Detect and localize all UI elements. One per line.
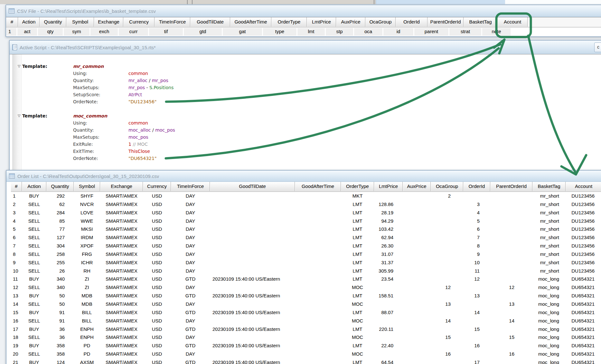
column-header-action[interactable]: Action	[22, 182, 46, 191]
column-header-goodaftertime[interactable]: GoodAfterTime	[230, 17, 271, 27]
order-window-titlebar[interactable]: Order List - C:\RealTest\Output\Orders\g…	[6, 171, 601, 182]
column-header-parentorderid[interactable]: ParentOrderId	[490, 182, 532, 191]
column-header-goodtildate[interactable]: GoodTilDate	[210, 182, 295, 191]
csv-data-row[interactable]: 1actqtysymexchcurrtifgtdgattypelmtstpoca…	[6, 27, 601, 36]
column-header-parentorderid[interactable]: ParentOrderId	[427, 17, 464, 27]
order-row[interactable]: 10SELL26RHSMART/AMEXUSDDAYLMT305.9911mr_…	[11, 267, 601, 275]
column-header-account[interactable]: Account	[497, 17, 528, 27]
order-cell: mr_short	[532, 242, 566, 250]
column-header-account[interactable]: Account	[566, 182, 601, 191]
order-cell	[403, 333, 431, 341]
column-header-auxprice[interactable]: AuxPrice	[336, 17, 365, 27]
order-cell: SMART/AMEX	[100, 292, 143, 300]
order-cell: SMART/AMEX	[100, 350, 143, 358]
order-row[interactable]: 12SELL340ZISMART/AMEXUSDDAYMOC1212moc_lo…	[11, 283, 601, 292]
order-row[interactable]: 20SELL358PDSMART/AMEXUSDDAYMOC1616moc_lo…	[11, 350, 601, 358]
column-header--[interactable]: #	[6, 17, 18, 27]
order-cell: GTD	[171, 275, 210, 283]
column-header-symbol[interactable]: Symbol	[66, 17, 94, 27]
column-header-ordertype[interactable]: OrderType	[341, 182, 374, 191]
column-header-auxprice[interactable]: AuxPrice	[403, 182, 431, 191]
order-row[interactable]: 19BUY358PDSMART/AMEXUSDGTD20230109 15:40…	[11, 341, 601, 350]
order-cell: BILL	[74, 308, 100, 317]
order-cell: LMT	[341, 292, 374, 300]
order-row[interactable]: 11BUY340ZISMART/AMEXUSDGTD20230109 15:40…	[11, 275, 601, 283]
order-row[interactable]: 2SELL62NVCRSMART/AMEXUSDDAYLMT128.863mr_…	[11, 200, 601, 209]
code-token: common	[128, 120, 148, 126]
column-header-quantity[interactable]: Quantity	[40, 17, 66, 27]
toolbar-segment	[505, 0, 601, 4]
order-cell: 21	[11, 358, 22, 364]
order-cell	[403, 225, 431, 233]
property-value: ThisClose	[128, 148, 601, 155]
collapse-triangle-icon[interactable]: ▽	[18, 63, 22, 70]
order-cell: 91	[46, 317, 74, 325]
order-cell: DAY	[171, 300, 210, 308]
code-token: /	[147, 78, 152, 83]
column-header-orderid[interactable]: OrderId	[463, 182, 490, 191]
order-cell: SELL	[22, 300, 46, 308]
column-header-currency[interactable]: Currency	[123, 17, 155, 27]
order-cell: moc_long	[532, 292, 566, 300]
column-header-baskettag[interactable]: BasketTag	[464, 17, 497, 27]
column-header-currency[interactable]: Currency	[143, 182, 171, 191]
column-header-exchange[interactable]: Exchange	[100, 182, 143, 191]
order-cell	[210, 283, 295, 292]
order-row[interactable]: 16SELL91BILLSMART/AMEXUSDDAYMOC1414moc_l…	[11, 317, 601, 325]
column-header-orderid[interactable]: OrderId	[396, 17, 427, 27]
order-cell	[210, 200, 295, 209]
script-property-line: Quantity:moc_alloc / moc_pos	[10, 126, 601, 134]
column-header-symbol[interactable]: Symbol	[74, 182, 100, 191]
code-token: "DU654321"	[128, 156, 156, 161]
column-header-ocagroup[interactable]: OcaGroup	[431, 182, 463, 191]
order-row[interactable]: 7SELL304XPOFSMART/AMEXUSDDAYLMT26.308mr_…	[11, 242, 601, 250]
column-header-action[interactable]: Action	[18, 17, 40, 27]
order-row[interactable]: 9SELL255ICHRSMART/AMEXUSDDAYLMT31.3710mr…	[11, 258, 601, 267]
order-cell	[295, 258, 341, 267]
order-cell: SELL	[22, 242, 46, 250]
column-header-exchange[interactable]: Exchange	[94, 17, 123, 27]
column-header-lmtprice[interactable]: LmtPrice	[374, 182, 403, 191]
order-cell: 4	[463, 209, 490, 217]
column-header-goodaftertime[interactable]: GoodAfterTime	[295, 182, 341, 191]
order-cell: 15	[490, 333, 532, 341]
order-cell	[403, 250, 431, 258]
order-cell: 9	[11, 258, 22, 267]
column-header-ocagroup[interactable]: OcaGroup	[365, 17, 396, 27]
order-cell: DU123456	[566, 209, 601, 217]
order-cell	[431, 267, 463, 275]
order-cell	[431, 233, 463, 242]
order-row[interactable]: 15BUY91BILLSMART/AMEXUSDGTD20230109 15:4…	[11, 308, 601, 317]
order-row[interactable]: 3SELL284LOVESMART/AMEXUSDDAYLMT28.194mr_…	[11, 209, 601, 217]
order-row[interactable]: 8SELL258FRGSMART/AMEXUSDDAYLMT31.079mr_s…	[11, 250, 601, 258]
column-header-lmtprice[interactable]: LmtPrice	[307, 17, 336, 27]
order-row[interactable]: 1BUY292SHYFSMART/AMEXUSDDAYMKT2mr_shortD…	[11, 192, 601, 200]
column-header-goodtildate[interactable]: GoodTilDate	[190, 17, 230, 27]
order-cell: 36	[46, 333, 74, 341]
csv-cell: oca	[354, 28, 383, 36]
order-row[interactable]: 17BUY36ENPHSMART/AMEXUSDGTD20230109 15:4…	[11, 325, 601, 333]
collapse-triangle-icon[interactable]: ▽	[18, 112, 22, 119]
order-cell	[463, 317, 490, 325]
column-header-timeinforce[interactable]: TimeInForce	[155, 17, 190, 27]
order-row[interactable]: 5SELL77MKSISMART/AMEXUSDDAYLMT103.426mr_…	[11, 225, 601, 233]
column-header-quantity[interactable]: Quantity	[46, 182, 74, 191]
csv-window-titlebar[interactable]: CSV File - C:\RealTest\Scripts\Examples\…	[6, 5, 601, 17]
order-row[interactable]: 18SELL36ENPHSMART/AMEXUSDDAYMOC1515moc_l…	[11, 333, 601, 341]
order-cell	[295, 308, 341, 317]
order-row[interactable]: 6SELL127IRDMSMART/AMEXUSDDAYLMT62.947mr_…	[11, 233, 601, 242]
order-row[interactable]: 21BUY124AXSMSMART/AMEXUSDGTD20230109 15:…	[11, 358, 601, 364]
order-row[interactable]: 14SELL50MDBSMART/AMEXUSDDAYMOC1313moc_lo…	[11, 300, 601, 308]
column-header-timeinforce[interactable]: TimeInForce	[171, 182, 210, 191]
order-cell: USD	[143, 242, 171, 250]
order-row[interactable]: 4SELL85WWESMART/AMEXUSDDAYLMT94.295mr_sh…	[11, 217, 601, 225]
column-header--[interactable]: #	[11, 182, 22, 191]
titlebar-corner-button[interactable]: c	[594, 42, 601, 52]
column-header-ordertype[interactable]: OrderType	[271, 17, 307, 27]
order-row[interactable]: 13BUY50MDBSMART/AMEXUSDGTD20230109 15:40…	[11, 292, 601, 300]
order-cell: ZI	[74, 283, 100, 292]
order-cell: 16	[431, 350, 463, 358]
column-header-baskettag[interactable]: BasketTag	[532, 182, 566, 191]
script-window-titlebar[interactable]: Active Script - C:\RealTest\SCRIPTS\Exam…	[10, 41, 601, 54]
order-cell	[431, 200, 463, 209]
